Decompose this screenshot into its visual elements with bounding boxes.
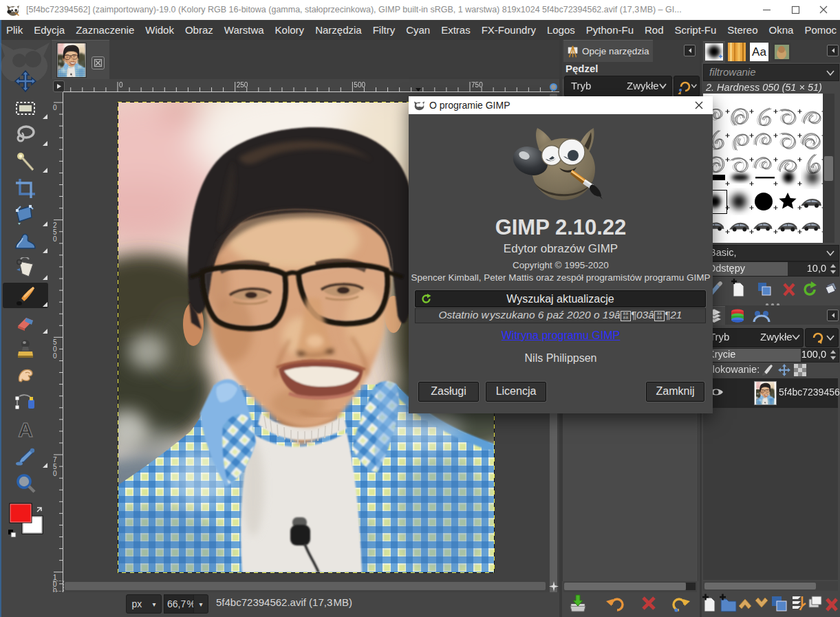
svg-text:500: 500 — [354, 81, 365, 89]
svg-text:0: 0 — [53, 104, 57, 111]
svg-text:0: 0 — [53, 235, 57, 243]
svg-text:0: 0 — [53, 352, 57, 360]
svg-text:A: A — [18, 418, 33, 441]
svg-text:0: 0 — [53, 470, 57, 477]
svg-text:750: 750 — [471, 81, 483, 89]
svg-text:250: 250 — [237, 81, 248, 89]
svg-text:0: 0 — [119, 81, 123, 89]
